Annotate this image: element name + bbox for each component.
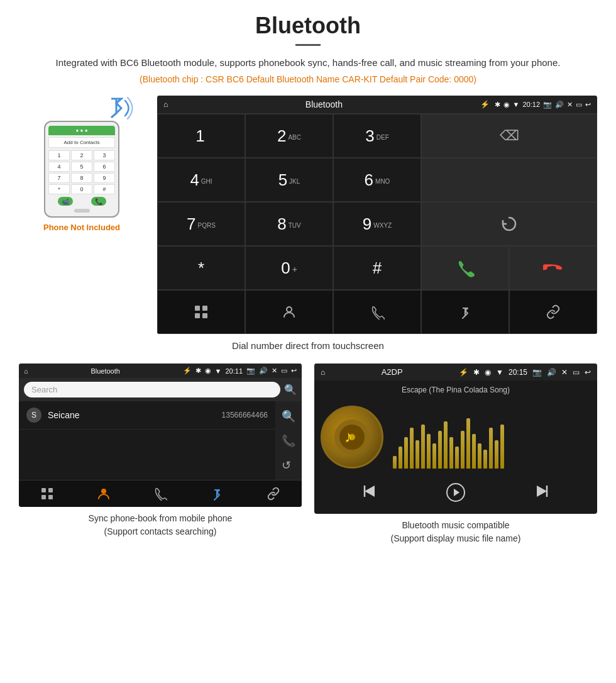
subtitle-text: Integrated with BC6 Bluetooth module, su… <box>19 55 597 70</box>
pb-back-icon[interactable]: ↩ <box>291 367 297 375</box>
content-row: ● ● ● Add to Contacts 1 2 3 4 5 6 7 8 9 … <box>19 96 597 334</box>
viz-bar <box>393 456 397 469</box>
phonebook-caption: Sync phone-book from mobile phone (Suppo… <box>19 512 302 538</box>
dial-key-9[interactable]: 9WXYZ <box>333 202 421 246</box>
dial-backspace[interactable]: ⌫ <box>421 114 597 158</box>
dial-key-0[interactable]: 0+ <box>245 246 333 290</box>
dial-call-button[interactable] <box>421 246 509 290</box>
music-loc-icon: ◉ <box>485 368 491 377</box>
phone-home-btn <box>74 209 90 213</box>
phone-key: * <box>48 184 70 194</box>
dial-key-3[interactable]: 3DEF <box>333 114 421 158</box>
dial-key-6[interactable]: 6MNO <box>333 158 421 202</box>
pb-contact-list: S Seicane 13566664466 <box>19 401 275 480</box>
dial-bottom-grid-icon[interactable] <box>157 290 245 334</box>
page-title: Bluetooth <box>19 13 597 39</box>
pb-cam-icon: 📷 <box>246 367 255 375</box>
dial-key-1[interactable]: 1 <box>157 114 245 158</box>
music-wifi-icon: ▼ <box>496 368 503 377</box>
phone-key: 4 <box>48 162 70 172</box>
dial-key-8[interactable]: 8TUV <box>245 202 333 246</box>
bluetooth-status-icon: ✱ <box>495 101 500 109</box>
dial-key-4[interactable]: 4GHI <box>157 158 245 202</box>
svg-rect-5 <box>41 488 46 492</box>
music-close-icon[interactable]: ✕ <box>561 368 568 377</box>
title-divider <box>295 44 321 46</box>
dial-key-2[interactable]: 2ABC <box>245 114 333 158</box>
music-album-area: ♪ <box>314 399 597 475</box>
pb-bt-icon: ✱ <box>195 367 201 375</box>
phone-mockup: ● ● ● Add to Contacts 1 2 3 4 5 6 7 8 9 … <box>41 121 123 218</box>
pb-vol-icon: 🔊 <box>259 367 268 375</box>
pb-bottom-bluetooth-icon[interactable] <box>189 487 245 501</box>
dial-bottom-contacts-icon[interactable] <box>245 290 333 334</box>
bluetooth-signal-icon <box>97 89 135 131</box>
pb-search-icon[interactable]: 🔍 <box>284 384 297 396</box>
phone-key: 3 <box>94 150 115 160</box>
viz-bar <box>410 428 414 469</box>
specs-line: (Bluetooth chip : CSR BC6 Default Blueto… <box>19 74 597 84</box>
pb-bottom-grid-icon[interactable] <box>19 487 75 501</box>
home-icon[interactable]: ⌂ <box>163 100 168 109</box>
svg-rect-0 <box>195 306 200 311</box>
dial-bottom-link-icon[interactable] <box>509 290 597 334</box>
viz-bar <box>438 431 442 469</box>
phonebook-caption-line1: Sync phone-book from mobile phone <box>89 513 233 523</box>
music-time: 20:15 <box>509 368 527 377</box>
phone-dialpad: 1 2 3 4 5 6 7 8 9 * 0 # <box>48 150 115 194</box>
pb-bottom-phone-icon[interactable] <box>132 487 189 501</box>
music-home-icon[interactable]: ⌂ <box>321 368 325 377</box>
dial-caption: Dial number direct from touchscreen <box>19 340 597 351</box>
dial-key-hash[interactable]: # <box>333 246 421 290</box>
pb-bottom-link-icon[interactable] <box>245 487 302 501</box>
pb-contact-name: Seicane <box>48 410 216 420</box>
pb-sidebar-refresh-icon[interactable]: ↺ <box>282 458 295 472</box>
phone-key: 9 <box>94 173 115 183</box>
music-vol-icon: 🔊 <box>547 368 556 377</box>
dial-key-7[interactable]: 7PQRS <box>157 202 245 246</box>
pb-contact-item[interactable]: S Seicane 13566664466 <box>19 401 275 430</box>
music-song-title: Escape (The Pina Colada Song) <box>314 380 597 399</box>
dial-bottom-phone-icon[interactable] <box>333 290 421 334</box>
viz-bar <box>500 425 504 469</box>
music-play-pause-icon[interactable] <box>446 482 466 506</box>
dial-grid: 1 2ABC 3DEF ⌫ 4GHI 5JKL <box>157 113 597 334</box>
viz-bar <box>449 437 453 469</box>
dial-bottom-bluetooth-icon[interactable] <box>421 290 509 334</box>
svg-rect-1 <box>202 306 207 311</box>
svg-rect-3 <box>202 313 207 318</box>
dial-refresh[interactable] <box>421 202 597 246</box>
phone-add-contacts: Add to Contacts <box>48 137 115 148</box>
music-next-icon[interactable] <box>533 482 551 506</box>
pb-home-icon[interactable]: ⌂ <box>24 367 28 375</box>
music-visualizer <box>393 406 591 469</box>
music-screen: ⌂ A2DP ⚡ ✱ ◉ ▼ 20:15 📷 🔊 ✕ ▭ ↩ Escape (T… <box>314 364 597 514</box>
viz-bar <box>461 431 465 469</box>
pb-contact-phone: 13566664466 <box>222 411 268 419</box>
pb-empty-area <box>19 430 275 480</box>
pb-bottom-bar <box>19 480 302 507</box>
dial-status-bar: ⌂ Bluetooth ⚡ ✱ ◉ ▼ 20:12 📷 🔊 ✕ ▭ ↩ <box>157 96 597 113</box>
pb-content-area: S Seicane 13566664466 🔍 📞 ↺ <box>19 401 302 480</box>
viz-bar <box>399 447 402 469</box>
viz-bar <box>444 421 448 469</box>
pb-close-icon[interactable]: ✕ <box>272 367 277 375</box>
phonebook-caption-line2: (Support contacts searching) <box>104 526 217 536</box>
phone-key: # <box>94 184 115 194</box>
close-icon[interactable]: ✕ <box>567 101 573 109</box>
viz-bar <box>415 440 419 469</box>
dial-end-button[interactable] <box>509 246 597 290</box>
dial-key-star[interactable]: * <box>157 246 245 290</box>
music-caption: Bluetooth music compatible (Support disp… <box>314 519 597 545</box>
music-back-icon[interactable]: ↩ <box>585 368 591 377</box>
dial-key-5[interactable]: 5JKL <box>245 158 333 202</box>
pb-bottom-contacts-icon[interactable] <box>75 487 132 501</box>
back-icon[interactable]: ↩ <box>585 101 591 109</box>
pb-sidebar-search-icon[interactable]: 🔍 <box>282 409 295 423</box>
title-section: Bluetooth Integrated with BC6 Bluetooth … <box>19 13 597 84</box>
pb-search-field[interactable]: Search <box>24 382 280 397</box>
music-prev-icon[interactable] <box>361 482 378 506</box>
svg-marker-19 <box>537 486 547 497</box>
phone-key: 2 <box>71 150 92 160</box>
pb-sidebar-phone-icon[interactable]: 📞 <box>282 434 295 448</box>
